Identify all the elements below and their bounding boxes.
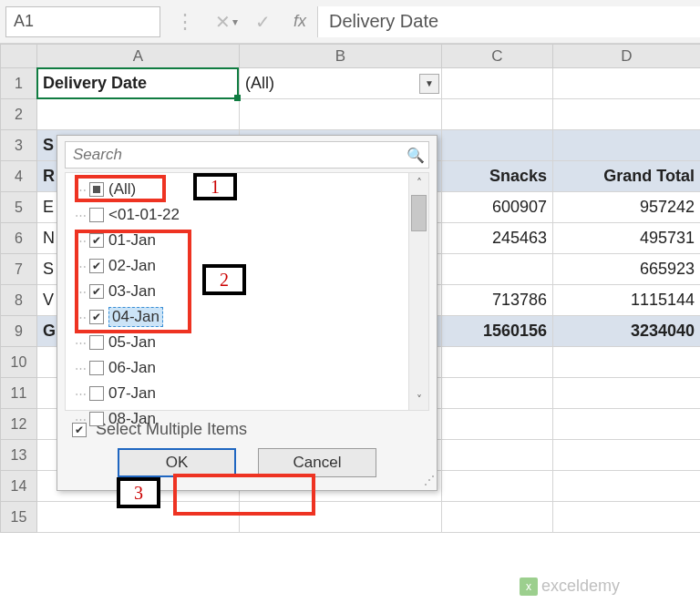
- formula-input[interactable]: [317, 6, 700, 37]
- cell-d8[interactable]: 1115144: [553, 285, 701, 316]
- row-header-7[interactable]: 7: [1, 254, 37, 285]
- filter-item-label: 07-Jan: [108, 384, 156, 403]
- filter-item-05jan[interactable]: ⋯ 05-Jan: [75, 330, 408, 355]
- filter-search-row: 🔍: [65, 141, 429, 169]
- cell-d5[interactable]: 957242: [553, 192, 701, 223]
- row-header-15[interactable]: 15: [1, 502, 37, 533]
- scroll-down-icon[interactable]: ˅: [409, 390, 428, 410]
- cell-c3[interactable]: [442, 130, 553, 161]
- row-header-13[interactable]: 13: [1, 440, 37, 471]
- cell-c9[interactable]: 1560156: [442, 316, 553, 347]
- filter-item-label: 02-Jan: [108, 257, 156, 275]
- checkbox-04jan[interactable]: [89, 310, 104, 324]
- col-header-d[interactable]: D: [553, 45, 701, 68]
- filter-item-label: 03-Jan: [108, 282, 156, 301]
- row-header-10[interactable]: 10: [1, 347, 37, 378]
- row-header-6[interactable]: 6: [1, 223, 37, 254]
- filter-item-before[interactable]: ⋯ <01-01-22: [75, 202, 408, 228]
- search-icon[interactable]: 🔍: [403, 147, 428, 164]
- row-header-4[interactable]: 4: [1, 161, 37, 192]
- cell-c2[interactable]: [442, 99, 553, 130]
- checkbox-07jan[interactable]: [89, 386, 104, 401]
- filter-item-label: 06-Jan: [108, 359, 156, 377]
- cell-c5[interactable]: 600907: [442, 192, 553, 223]
- filter-item-all[interactable]: ⋯ (All): [75, 177, 408, 202]
- row-header-11[interactable]: 11: [1, 378, 37, 409]
- cell-c6[interactable]: 245463: [442, 223, 553, 254]
- filter-item-04jan[interactable]: ⋯ 04-Jan: [75, 304, 408, 330]
- filter-item-label: (All): [108, 180, 136, 199]
- cell-c4[interactable]: Snacks: [442, 161, 553, 192]
- tree-branch-icon: ⋯: [75, 234, 88, 248]
- tree-branch-icon: ⋯: [75, 311, 88, 324]
- cell-d9[interactable]: 3234040: [553, 316, 701, 347]
- tree-branch-icon: ⋯: [75, 183, 88, 197]
- filter-item-label: 04-Jan: [108, 307, 163, 327]
- col-header-a[interactable]: A: [37, 45, 240, 68]
- cell-c1[interactable]: [442, 68, 553, 99]
- row-header-2[interactable]: 2: [1, 99, 37, 130]
- filter-item-01jan[interactable]: ⋯ 01-Jan: [75, 228, 408, 253]
- filter-item-03jan[interactable]: ⋯ 03-Jan: [75, 279, 408, 304]
- filter-item-02jan[interactable]: ⋯ 02-Jan: [75, 253, 408, 279]
- checkbox-03jan[interactable]: [89, 284, 104, 299]
- filter-scrollbar[interactable]: ˄ ˅: [408, 173, 428, 410]
- watermark: x exceldemy: [520, 577, 620, 596]
- cell-d7[interactable]: 665923: [553, 254, 701, 285]
- cancel-formula-icon: ✕: [202, 11, 242, 33]
- row-header-3[interactable]: 3: [1, 130, 37, 161]
- cell-c7[interactable]: [442, 254, 553, 285]
- filter-tree: ⋯ (All) ⋯ <01-01-22 ⋯ 01-Jan ⋯ 02-Jan ⋯: [66, 173, 408, 410]
- filter-item-06jan[interactable]: ⋯ 06-Jan: [75, 355, 408, 381]
- cell-d3[interactable]: [553, 130, 701, 161]
- filter-item-label: 01-Jan: [108, 231, 156, 250]
- tree-branch-icon: ⋯: [75, 260, 88, 273]
- scroll-track[interactable]: [409, 233, 428, 390]
- cell-c8[interactable]: 713786: [442, 285, 553, 316]
- name-box[interactable]: ▾: [5, 6, 160, 37]
- filter-item-label: <01-01-22: [108, 206, 180, 224]
- filter-dropdown-button[interactable]: ▼: [419, 74, 439, 94]
- filter-item-08jan[interactable]: ⋯ 08-Jan: [75, 406, 408, 432]
- cell-a1[interactable]: Delivery Date: [37, 68, 240, 99]
- excel-logo-icon: x: [520, 577, 538, 596]
- tree-branch-icon: ⋯: [75, 285, 88, 299]
- col-header-c[interactable]: C: [442, 45, 553, 68]
- formula-bar: ▾ ⋮ ✕ ✓ fx: [0, 0, 700, 44]
- cell-d1[interactable]: [553, 68, 701, 99]
- select-all-corner[interactable]: [1, 45, 37, 68]
- cell-d6[interactable]: 495731: [553, 223, 701, 254]
- checkbox-all[interactable]: [89, 182, 104, 197]
- row-header-1[interactable]: 1: [1, 68, 37, 99]
- tree-branch-icon: ⋯: [75, 413, 88, 426]
- row-header-9[interactable]: 9: [1, 316, 37, 347]
- row-header-8[interactable]: 8: [1, 285, 37, 316]
- cancel-button[interactable]: Cancel: [258, 448, 376, 477]
- cell-b2[interactable]: [240, 99, 442, 130]
- cell-d4[interactable]: Grand Total: [553, 161, 701, 192]
- cell-d2[interactable]: [553, 99, 701, 130]
- checkbox-02jan[interactable]: [89, 259, 104, 273]
- enter-formula-icon: ✓: [242, 11, 283, 33]
- checkbox-05jan[interactable]: [89, 335, 104, 350]
- checkbox-before[interactable]: [89, 208, 104, 222]
- checkbox-08jan[interactable]: [89, 412, 104, 426]
- scroll-up-icon[interactable]: ˄: [409, 173, 428, 193]
- cell-b1[interactable]: (All) ▼: [240, 68, 442, 99]
- filter-item-label: 05-Jan: [108, 333, 156, 352]
- checkbox-06jan[interactable]: [89, 361, 104, 375]
- filter-search-input[interactable]: [66, 146, 403, 164]
- filter-buttons-row: OK Cancel: [57, 446, 437, 483]
- scroll-thumb[interactable]: [411, 195, 427, 231]
- row-header-14[interactable]: 14: [1, 471, 37, 502]
- col-header-b[interactable]: B: [240, 45, 442, 68]
- filter-item-07jan[interactable]: ⋯ 07-Jan: [75, 381, 408, 406]
- row-header-12[interactable]: 12: [1, 409, 37, 440]
- cell-a2[interactable]: [37, 99, 240, 130]
- filter-item-label: 08-Jan: [108, 410, 156, 428]
- ok-button[interactable]: OK: [118, 448, 236, 477]
- row-header-5[interactable]: 5: [1, 192, 37, 223]
- checkbox-01jan[interactable]: [89, 233, 104, 248]
- resize-grip-icon[interactable]: ⋰: [424, 474, 433, 486]
- fx-label[interactable]: fx: [283, 12, 317, 31]
